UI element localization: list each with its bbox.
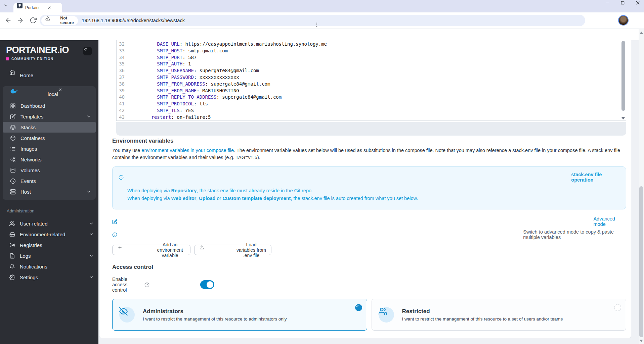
environment-close-icon[interactable] [58, 88, 91, 100]
access-option-description: I want to restrict the management of thi… [402, 316, 563, 322]
chevron-down-icon [89, 232, 94, 237]
selected-check-icon [355, 304, 362, 311]
toggle-knob [207, 281, 213, 288]
chevron-down-icon [89, 253, 94, 258]
tab-search-button[interactable] [3, 3, 11, 10]
editor-resize-strip[interactable] [116, 122, 626, 136]
administration-menu: User-relatedEnvironment-relatedRegistrie… [0, 218, 98, 283]
scroll-up-icon[interactable] [640, 32, 643, 34]
sidebar-item-stacks[interactable]: Stacks [3, 122, 96, 133]
access-option-administrators[interactable]: Administrators I want to restrict the ma… [112, 299, 367, 331]
web-editor[interactable]: 32 BASE_URL: https://easyappointments.ma… [116, 40, 626, 121]
line-number: 43 [117, 114, 129, 121]
sidebar-item-logs[interactable]: Logs [0, 250, 98, 261]
code-line: 39 SMTP_FROM_NAME: MARIUSHOSTING [117, 88, 626, 94]
code-line: 38 SMTP_FROM_ADDRESS: supergate84@gmail.… [117, 81, 626, 88]
chevrons-left-icon [83, 47, 92, 55]
code-text: SMTP_HOST: smtp.gmail.com [129, 48, 228, 54]
window-close-icon[interactable] [635, 0, 641, 12]
editor-scroll-down-icon[interactable] [621, 117, 625, 119]
sidebar-item-registries[interactable]: Registries [0, 240, 98, 250]
sidebar-item-home[interactable]: Home [0, 69, 98, 81]
enable-access-control-toggle[interactable] [200, 280, 214, 289]
environment-variables-heading: Environment variables [112, 138, 626, 144]
code-text: SMTP_REPLY_TO_ADDRESS: supergate84@gmail… [129, 94, 282, 101]
stacks-icon [10, 125, 16, 130]
code-text: BASE_URL: https://easyappointments.mariu… [129, 41, 327, 48]
code-line: 36 SMTP_USERNAME: supergate84@gmail.com [117, 67, 626, 74]
images-icon [10, 146, 16, 152]
sidebar-item-label: Settings [20, 275, 38, 280]
window-controls [605, 0, 641, 12]
sidebar-item-label: Notifications [20, 264, 47, 269]
code-line: 40 SMTP_REPLY_TO_ADDRESS: supergate84@gm… [117, 94, 626, 101]
sidebar-item-label: Stacks [20, 125, 36, 130]
compose-code: 32 BASE_URL: https://easyappointments.ma… [117, 41, 626, 121]
sidebar-item-dashboard[interactable]: Dashboard [3, 100, 96, 111]
home-icon [9, 69, 15, 81]
sidebar-item-label: Environment-related [20, 232, 65, 237]
sidebar-item-label: Logs [20, 253, 31, 259]
docker-whale-icon [10, 88, 43, 100]
editor-scrollbar-thumb[interactable] [621, 41, 625, 111]
code-text: SMTP_TLS: YES [129, 107, 194, 114]
page-scrollbar-thumb[interactable] [639, 186, 643, 337]
code-line: 43 restart: on-failure:5 [117, 114, 626, 121]
info-box-title: stack.env file operation [571, 172, 620, 183]
maximize-icon[interactable] [620, 0, 626, 12]
sidebar-item-volumes[interactable]: Volumes [3, 165, 96, 176]
line-number: 33 [117, 48, 129, 54]
sidebar-item-settings[interactable]: Settings [0, 272, 98, 283]
main-content: 32 BASE_URL: https://easyappointments.ma… [98, 40, 639, 344]
sidebar-collapse-button[interactable] [83, 47, 92, 55]
code-line: 41 SMTP_PROTOCOL: tls [117, 101, 626, 107]
editor-scrollbar[interactable] [621, 41, 625, 114]
browser-tab[interactable]: Portainer | local [13, 3, 62, 12]
code-text: SMTP_PROTOCOL: tls [129, 101, 208, 107]
sidebar-item-environment-related[interactable]: Environment-related [0, 229, 98, 240]
sidebar-item-user-related[interactable]: User-related [0, 218, 98, 229]
access-option-title: Administrators [143, 308, 287, 315]
sidebar-item-host[interactable]: Host [3, 186, 96, 197]
compose-env-vars-link[interactable]: environment variables in your compose fi… [141, 148, 234, 153]
eye-off-icon [119, 307, 135, 323]
browser-tabstrip: Portainer | local [0, 0, 644, 12]
tab-close-icon[interactable] [39, 3, 59, 12]
advanced-mode-link[interactable]: Advanced mode [593, 216, 626, 227]
code-line: 42 SMTP_TLS: YES [117, 107, 626, 114]
chevron-down-icon [3, 3, 11, 10]
sidebar-item-label: Images [20, 146, 37, 152]
sidebar-item-containers[interactable]: Containers [3, 133, 96, 143]
line-number: 39 [117, 88, 129, 94]
access-option-restricted[interactable]: Restricted I want to restrict the manage… [372, 299, 627, 331]
enable-access-control-label: Enable access control [112, 277, 142, 293]
team-glyph [379, 307, 394, 323]
button-label: Add an environment variable [155, 242, 185, 258]
page-scrollbar[interactable] [639, 29, 644, 344]
line-number: 38 [117, 81, 129, 88]
environment-header[interactable]: local [3, 86, 96, 100]
sidebar-item-events[interactable]: Events [3, 176, 96, 186]
load-variables-button[interactable]: Load variables from .env file [194, 245, 271, 255]
code-text: SMTP_PORT: 587 [129, 54, 197, 61]
page: PORTAINER.iO COMMUNITY EDITION Home loca… [0, 29, 644, 344]
sidebar-item-images[interactable]: Images [3, 143, 96, 154]
sidebar-item-templates[interactable]: Templates [3, 111, 96, 122]
add-environment-variable-button[interactable]: Add an environment variable [112, 245, 190, 255]
line-number: 35 [117, 61, 129, 67]
minimize-icon[interactable] [605, 0, 610, 12]
environment-name: local [48, 91, 58, 97]
info-box-line: When deploying via Web editor, Upload or… [127, 195, 620, 202]
sidebar-item-networks[interactable]: Networks [3, 154, 96, 165]
registries-icon [9, 242, 15, 248]
description-text: You may use [112, 148, 141, 153]
scroll-down-icon[interactable] [640, 340, 643, 342]
templates-icon [10, 114, 16, 119]
info-box-lines: When deploying via Repository, the stack… [119, 187, 620, 202]
browser-window: Portainer | local Not secure 192.168.1.1… [0, 0, 644, 344]
dashboard-icon [10, 103, 16, 109]
restricted-radio[interactable] [614, 304, 621, 311]
access-option-description: I want to restrict the management of thi… [143, 316, 287, 322]
edition-label: COMMUNITY EDITION [11, 57, 53, 61]
sidebar-item-notifications[interactable]: Notifications [0, 261, 98, 272]
